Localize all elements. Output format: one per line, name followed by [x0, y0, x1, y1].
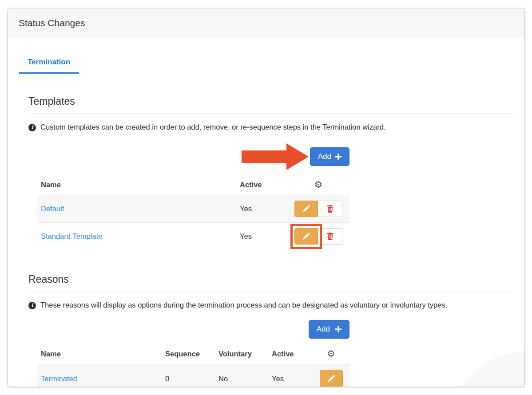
delete-button[interactable] — [318, 228, 342, 245]
delete-button[interactable] — [318, 201, 342, 217]
pencil-icon — [302, 205, 310, 213]
status-changes-card: Status Changes Termination Templates i C… — [8, 8, 525, 387]
row-actions — [294, 228, 342, 245]
template-link-default[interactable]: Default — [41, 205, 64, 213]
col-header-active: Active — [236, 176, 287, 195]
reasons-heading: Reasons — [28, 273, 514, 292]
templates-add-row: Add — [37, 143, 349, 170]
active-value: Yes — [236, 223, 287, 250]
table-row: Default Yes — [37, 195, 349, 223]
reasons-info-text: These reasons will display as options du… — [40, 301, 447, 309]
col-header-name: Name — [37, 176, 236, 195]
templates-header-row: Name Active ⚙ — [37, 176, 349, 195]
reasons-table: Name Sequence Voluntary Active ⚙ Termina… — [37, 345, 349, 387]
col-header-active: Active — [268, 345, 313, 364]
gear-icon[interactable]: ⚙ — [314, 179, 323, 190]
sequence-value: 0 — [162, 364, 215, 387]
reason-link-terminated[interactable]: Terminated — [41, 375, 77, 383]
tab-termination[interactable]: Termination — [19, 58, 79, 74]
templates-table: Name Active ⚙ Default Yes — [37, 176, 349, 250]
reasons-add-row: Add — [37, 320, 349, 339]
reasons-section: Reasons i These reasons will display as … — [19, 273, 514, 387]
add-button-label: Add — [317, 325, 330, 334]
row-actions — [294, 201, 342, 217]
plus-icon — [335, 326, 341, 332]
templates-info-text: Custom templates can be created in order… — [40, 123, 385, 131]
info-icon: i — [28, 302, 36, 309]
reasons-info-line: i These reasons will display as options … — [28, 301, 514, 309]
edit-button[interactable] — [320, 370, 343, 387]
templates-info-line: i Custom templates can be created in ord… — [28, 123, 514, 131]
info-icon: i — [28, 124, 36, 131]
templates-section: Templates i Custom templates can be crea… — [19, 95, 514, 250]
gear-icon[interactable]: ⚙ — [327, 348, 335, 359]
plus-icon — [335, 154, 341, 160]
pencil-icon — [327, 375, 335, 383]
table-row: Terminated 0 No Yes — [37, 364, 349, 387]
page-title: Status Changes — [19, 18, 85, 28]
voluntary-value: No — [215, 364, 268, 387]
table-row: Standard Template Yes — [37, 223, 349, 250]
card-header: Status Changes — [8, 8, 524, 38]
active-value: Yes — [236, 195, 287, 223]
template-link-standard[interactable]: Standard Template — [41, 232, 102, 240]
card-body: Termination Templates i Custom templates… — [8, 58, 524, 387]
trash-icon — [327, 205, 333, 213]
edit-button[interactable] — [294, 228, 318, 245]
tab-bar: Termination — [19, 58, 514, 73]
reasons-add-button[interactable]: Add — [309, 320, 349, 339]
trash-icon — [327, 233, 333, 240]
templates-add-button[interactable]: Add — [310, 147, 349, 166]
add-button-label: Add — [318, 152, 331, 161]
reasons-header-row: Name Sequence Voluntary Active ⚙ — [37, 345, 349, 364]
templates-heading: Templates — [28, 95, 514, 114]
active-value: Yes — [268, 364, 313, 387]
pencil-icon — [302, 233, 310, 240]
edit-button[interactable] — [294, 201, 318, 217]
red-arrow-annotation — [242, 143, 309, 170]
col-header-name: Name — [37, 345, 162, 364]
col-header-voluntary: Voluntary — [215, 345, 268, 364]
col-header-sequence: Sequence — [162, 345, 215, 364]
